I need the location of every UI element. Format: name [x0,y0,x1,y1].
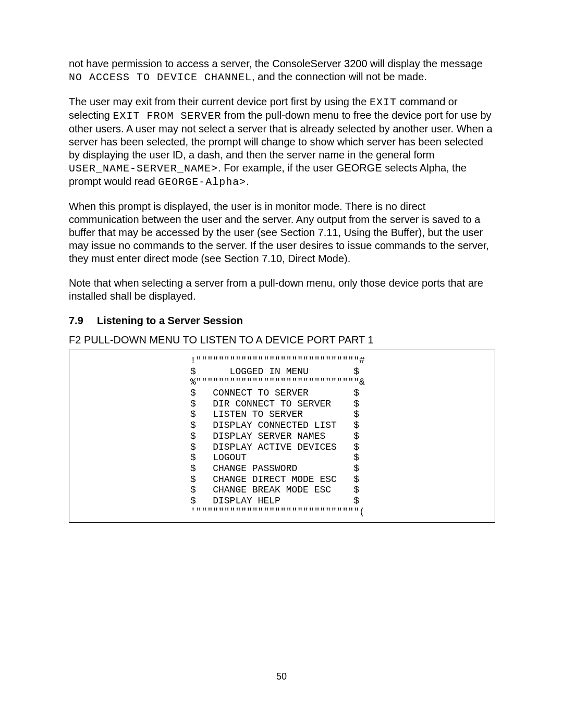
inline-code: EXIT [370,96,397,108]
document-page: not have permission to access a server, … [0,0,563,728]
menu-line: '"""""""""""""""""""""""""""""( [190,507,365,517]
menu-line: $ DISPLAY ACTIVE DEVICES $ [190,442,359,452]
section-title: Listening to a Server Session [97,314,243,327]
menu-line: $ CONNECT TO SERVER $ [190,388,359,398]
inline-code: NO ACCESS TO DEVICE CHANNEL [69,71,252,83]
menu-line: $ LOGOUT $ [190,452,359,463]
figure-title: F2 PULL-DOWN MENU TO LISTEN TO A DEVICE … [69,334,495,347]
menu-line: !"""""""""""""""""""""""""""""# [190,355,365,366]
section-heading: 7.9 Listening to a Server Session [69,314,495,327]
menu-line: $ CHANGE DIRECT MODE ESC $ [190,474,359,485]
menu-line: $ DIR CONNECT TO SERVER $ [190,399,359,409]
menu-box: !"""""""""""""""""""""""""""""# $ LOGGED… [69,350,495,523]
menu-line: %"""""""""""""""""""""""""""""& [190,377,365,387]
section-number: 7.9 [69,314,97,327]
inline-code: GEORGE-Alpha> [158,176,246,188]
page-number: 50 [0,671,563,683]
paragraph-4: Note that when selecting a server from a… [69,277,495,303]
menu-line: $ CHANGE PASSWORD $ [190,463,359,474]
menu-content: !"""""""""""""""""""""""""""""# $ LOGGED… [69,355,495,517]
menu-line: $ LOGGED IN MENU $ [190,366,359,377]
paragraph-2: The user may exit from their current dev… [69,95,495,189]
text: The user may exit from their current dev… [69,96,370,107]
menu-line: $ DISPLAY CONNECTED LIST $ [190,420,359,430]
menu-line: $ DISPLAY SERVER NAMES $ [190,431,359,441]
text: Note that when selecting a server from a… [69,277,483,302]
menu-line: $ LISTEN TO SERVER $ [190,409,359,419]
inline-code: EXIT FROM SERVER [113,110,222,122]
menu-line: $ CHANGE BREAK MODE ESC $ [190,485,359,495]
text: , and the connection will not be made. [252,71,427,82]
menu-line: $ DISPLAY HELP $ [190,496,359,506]
text: . [246,176,249,187]
inline-code: USER_NAME-SERVER_NAME> [69,163,218,175]
paragraph-3: When this prompt is displayed, the user … [69,200,495,265]
text: not have permission to access a server, … [69,58,483,69]
paragraph-1: not have permission to access a server, … [69,57,495,84]
text: When this prompt is displayed, the user … [69,201,489,264]
